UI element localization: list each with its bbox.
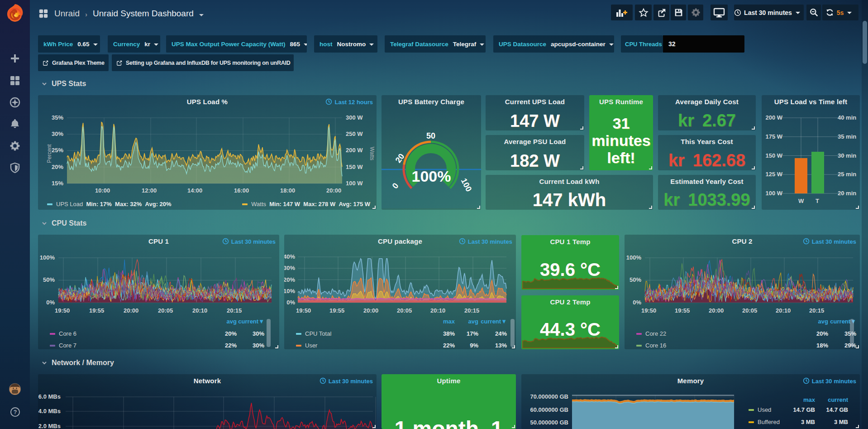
svg-text:?: ? (14, 409, 17, 415)
